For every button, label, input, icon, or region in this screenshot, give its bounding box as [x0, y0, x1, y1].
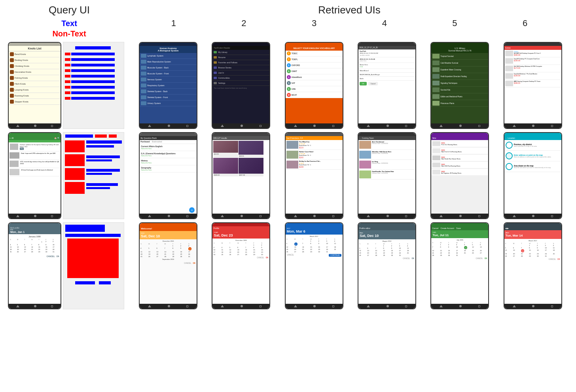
- row-2: ≡All 🏠 🔍 Huawei updates for European Sam…: [8, 132, 568, 219]
- query-section-1: Knots List Bend Knots Binding Knots Clim…: [8, 42, 131, 129]
- retrieved-phone-2-6: ← Location Province, city district Enter…: [504, 132, 562, 219]
- knots-title: Knots List: [9, 46, 61, 51]
- retrieved-phone-3-2: Profile YEAR Sat, Dec 23 December 1989 S…: [212, 222, 270, 309]
- text-label: Text: [61, 18, 77, 28]
- num-4: 4: [355, 18, 414, 28]
- retrieved-phone-2-2: 630,127 results $19.99 $29.95: [212, 132, 270, 219]
- retrieved-uis-label: Retrieved UIs: [131, 4, 568, 16]
- query-section-3: Birth profile ENG Mon, Jan 1 January 199…: [8, 222, 131, 309]
- retrieved-phone-2-3: San Francisco, CA The Wharf Inn ★★★★ Gue…: [285, 132, 343, 219]
- retrieved-phone-3-5: Cancel Create Account Save 1985 Tue, Jul…: [430, 222, 489, 309]
- main-container: Query UI Retrieved UIs Text Non-Text 1 2…: [0, 0, 576, 313]
- retrieved-phone-3-1: Welcome! 2016 Sat, Dec 10 December 2016 …: [139, 222, 197, 309]
- row-3: Birth profile ENG Mon, Jan 1 January 199…: [8, 222, 568, 309]
- rows-container: Knots List Bend Knots Binding Knots Clim…: [8, 42, 568, 309]
- num-2: 2: [214, 18, 273, 28]
- retrieved-phone-1-1: Human AnatomyA Biological System Lymphat…: [139, 42, 197, 129]
- retrieved-phone-2-4: ← Coming Soon Ares Unchained Release Dat…: [358, 132, 416, 219]
- query-phone-3: Birth profile ENG Mon, Jan 1 January 199…: [8, 222, 61, 309]
- retrieved-phone-2-5: Nike NIKE Free 5.0+ Running Shoes NIKE: [430, 132, 489, 219]
- retrieved-section-1: Human AnatomyA Biological System Lymphat…: [133, 42, 568, 129]
- retrieved-phone-2-1: My Question Bank Purchased Bookmarked Cu…: [139, 132, 197, 219]
- retrieved-phone-3-6: ◀ ▶ 2017 Tue, Mar 14 March 2017 SMTWTFS …: [504, 222, 562, 309]
- annotation-1: [63, 42, 124, 129]
- retrieved-phone-3-4: Profile editor Date Sat, Dec 10 August 2…: [358, 222, 416, 309]
- annotation-3: [63, 222, 124, 309]
- query-phone-1: Knots List Bend Knots Binding Knots Clim…: [8, 42, 61, 129]
- retrieved-section-3: Welcome! 2016 Sat, Dec 10 December 2016 …: [133, 222, 568, 309]
- retrieved-phone-1-6: Active Online NZIXMP Dell Desktop Comput…: [504, 42, 562, 129]
- retrieved-phone-1-4: 2016_12_27-17_14_35 Dad/Talk 2016-12-14,…: [358, 42, 416, 129]
- query-ui-label: Query UI: [8, 4, 131, 16]
- query-phone-2: ≡All 🏠 🔍 Huawei updates for European Sam…: [8, 132, 61, 219]
- top-labels: Query UI Retrieved UIs: [8, 4, 568, 16]
- annotation-2: [63, 132, 124, 219]
- num-6: 6: [495, 18, 555, 28]
- retrieved-numbers: 1 2 3 4 5 6: [131, 18, 568, 28]
- retrieved-phone-3-3: 2017 Mon, Mar 6 March 2017 SMTWTFS 1234 …: [285, 222, 343, 309]
- num-5: 5: [425, 18, 484, 28]
- query-subtitle: Text Non-Text: [8, 18, 131, 39]
- retrieved-phone-1-5: U.S. MilitarySurvival Manual FM 21-76 Tr…: [430, 42, 489, 129]
- retrieved-phone-1-2: FanFiction Reader My Library Resume Favo…: [212, 42, 270, 129]
- num-3: 3: [284, 18, 344, 28]
- subtitle-row: Text Non-Text 1 2 3 4 5 6: [8, 18, 568, 39]
- num-1: 1: [144, 18, 203, 28]
- row-1: Knots List Bend Knots Binding Knots Clim…: [8, 42, 568, 129]
- nontext-label: Non-Text: [52, 28, 86, 39]
- retrieved-section-2: My Question Bank Purchased Bookmarked Cu…: [133, 132, 568, 219]
- query-section-2: ≡All 🏠 🔍 Huawei updates for European Sam…: [8, 132, 131, 219]
- retrieved-phone-1-3: SELECT YOUR ENGLISH VOCABULARY TTOEIC TT…: [285, 42, 343, 129]
